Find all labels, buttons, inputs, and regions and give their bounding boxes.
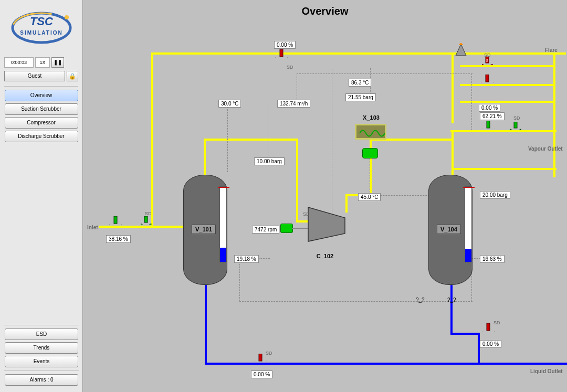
- flare-icon: [454, 42, 468, 58]
- reading-temp-left: 30.0 °C: [218, 100, 241, 108]
- sd-lcv-v101: SD: [266, 351, 272, 356]
- svg-marker-5: [308, 207, 345, 241]
- reading-press-hx: 21.55 barg: [345, 93, 376, 101]
- svg-point-4: [65, 15, 69, 19]
- xv-vapour-outlet[interactable]: [510, 122, 524, 130]
- svg-marker-10: [141, 224, 146, 225]
- svg-rect-22: [486, 75, 489, 82]
- nav-overview[interactable]: Overview: [5, 90, 78, 101]
- reading-fcv-vapour: 62.21 %: [480, 112, 505, 120]
- svg-rect-34: [487, 323, 490, 331]
- exchanger-tag: X_103: [359, 114, 383, 121]
- pcv-flare2[interactable]: [481, 75, 495, 83]
- svg-marker-16: [482, 64, 487, 65]
- sd-pcv-top: SD: [287, 65, 293, 70]
- label-vapour-outlet: Vapour Outlet: [528, 146, 563, 152]
- svg-rect-28: [514, 122, 517, 128]
- reading-lvl-v101: 19.18 %: [234, 255, 259, 263]
- reading-pcv-flare2: 0.00 %: [479, 104, 500, 112]
- compressor-tag: C_102: [312, 253, 338, 259]
- svg-text:SIMULATION: SIMULATION: [20, 30, 62, 36]
- play-pause-button[interactable]: ❚❚: [51, 57, 64, 68]
- pcv-top[interactable]: [275, 49, 289, 58]
- svg-text:S: S: [486, 59, 489, 62]
- tsc-logo: TSC SIMULATION: [5, 4, 78, 51]
- nav-discharge-scrubber[interactable]: Discharge Scrubber: [5, 131, 78, 142]
- page-title: Overview: [83, 5, 567, 17]
- fcv-vapour-outlet[interactable]: [482, 121, 496, 129]
- reading-lcv-v104: 0.00 %: [480, 340, 501, 348]
- svg-rect-9: [114, 216, 117, 224]
- reading-temp-hx-out: 45.0 °C: [358, 193, 381, 201]
- svg-marker-11: [146, 224, 151, 225]
- svg-marker-17: [487, 64, 492, 65]
- sd-inlet-xv: SD: [145, 211, 152, 216]
- exchanger-x103[interactable]: [355, 124, 386, 140]
- level-gauge-v101: [219, 186, 227, 262]
- user-button[interactable]: Guest: [4, 71, 65, 81]
- compressor-motor: [280, 224, 293, 233]
- sd-lcv-v104: SD: [494, 320, 500, 325]
- reading-lvl-v104: 16.63 %: [480, 255, 505, 263]
- questionmark-2: ?_?: [447, 297, 456, 303]
- nav-compressor[interactable]: Compressor: [5, 117, 78, 129]
- label-liquid-outlet: Liquid Outlet: [530, 368, 563, 374]
- cooler-fan-icon: [362, 148, 378, 158]
- label-flare: Flare: [545, 47, 558, 53]
- sim-time-display: 0:00:03: [4, 57, 34, 68]
- main-view: Overview: [83, 0, 567, 392]
- svg-marker-26: [510, 129, 516, 130]
- vessel-v101-tag: V_101: [192, 225, 216, 234]
- sd-flare-xv: SD: [484, 52, 491, 58]
- reading-fcv-inlet: 38.16 %: [106, 235, 131, 243]
- sidebar: TSC SIMULATION 0:00:03 1X ❚❚ Guest 🔒 Ove…: [0, 0, 83, 392]
- xv-inlet[interactable]: [141, 216, 154, 225]
- sd-motor: SD: [303, 211, 310, 217]
- svg-rect-12: [144, 216, 148, 223]
- nav-trends[interactable]: Trends: [5, 342, 78, 354]
- compressor-c102[interactable]: [306, 205, 348, 244]
- nav-alarms[interactable]: Alarms : 0: [5, 374, 78, 386]
- reading-flow-mid: 132.74 m³/h: [277, 100, 310, 108]
- reading-temp-hx-in: 86.3 °C: [349, 79, 371, 87]
- sd-vapour-xv: SD: [513, 115, 520, 121]
- vessel-v104-tag: V_104: [437, 225, 461, 234]
- questionmark-1: ?_?: [416, 297, 425, 303]
- xv-flare-top[interactable]: S: [482, 57, 496, 65]
- svg-marker-6: [456, 44, 466, 56]
- level-gauge-v104: [465, 186, 472, 262]
- reading-pcv-top: 0.00 %: [274, 41, 296, 49]
- reading-rpm: 7472 rpm: [252, 226, 279, 234]
- nav-esd[interactable]: ESD: [5, 329, 78, 340]
- svg-rect-31: [259, 354, 262, 361]
- reading-press-v101: 10.00 barg: [254, 157, 285, 165]
- svg-rect-15: [280, 49, 283, 57]
- svg-marker-27: [516, 129, 521, 130]
- nav-suction-scrubber[interactable]: Suction Scrubber: [5, 103, 78, 115]
- reading-press-v104: 20.00 barg: [480, 191, 510, 199]
- process-diagram: V_101 V_104 C_102 X_103: [83, 26, 567, 392]
- nav-events[interactable]: Events: [5, 356, 78, 367]
- svg-rect-25: [487, 121, 490, 128]
- lock-button[interactable]: 🔒: [67, 71, 78, 81]
- reading-lcv-v101: 0.00 %: [251, 370, 272, 378]
- label-inlet: Inlet: [87, 225, 98, 230]
- valve-inlet-fcv[interactable]: [109, 216, 123, 225]
- sim-speed-select[interactable]: 1X: [35, 57, 50, 68]
- svg-text:TSC: TSC: [30, 15, 54, 28]
